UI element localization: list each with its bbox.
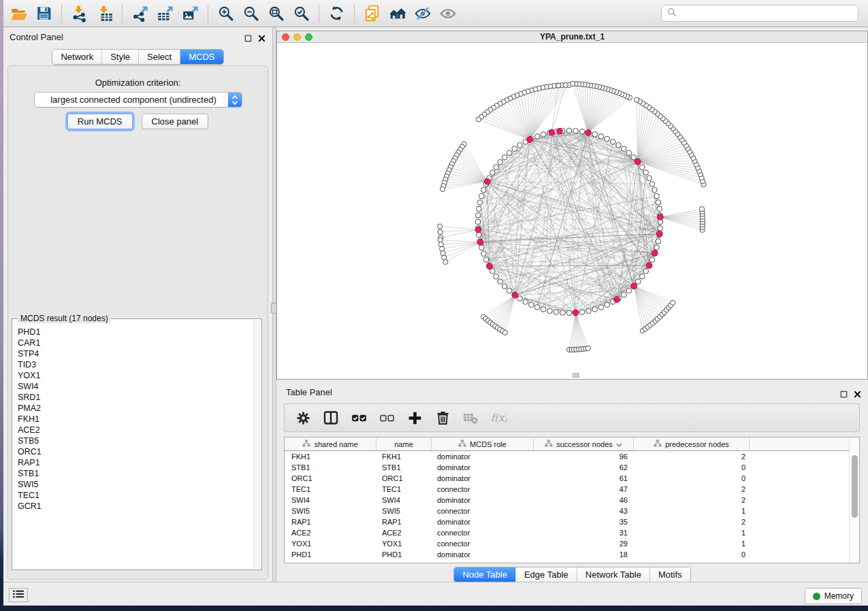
cell-mcds-role: connector	[432, 485, 534, 493]
mcds-result-item[interactable]: RAP1	[18, 457, 261, 468]
tab-network-table[interactable]: Network Table	[577, 567, 650, 582]
memory-status-icon	[813, 593, 820, 600]
mcds-result-item[interactable]: TEC1	[18, 490, 261, 501]
table-tabs: Node TableEdge TableNetwork TableMotifs	[453, 567, 690, 582]
mcds-result-item[interactable]: YOX1	[18, 370, 261, 381]
show-all-button[interactable]	[435, 3, 460, 24]
table-scrollbar[interactable]	[849, 437, 859, 563]
mcds-result-item[interactable]: STP4	[18, 348, 261, 359]
network-canvas[interactable]	[277, 43, 867, 380]
search-icon	[667, 7, 677, 20]
console-toggle-button[interactable]	[9, 588, 28, 602]
float-panel-icon[interactable]	[244, 33, 252, 45]
delete-row-button[interactable]	[434, 409, 451, 427]
cell-name: ORC1	[376, 474, 432, 482]
float-table-panel-icon[interactable]	[840, 389, 848, 401]
table-row[interactable]: ORC1ORC1dominator610	[285, 473, 859, 484]
zoom-fit-button[interactable]	[263, 3, 289, 24]
home-button[interactable]	[385, 3, 410, 24]
mcds-result-item[interactable]: CAR1	[18, 337, 261, 348]
search-box[interactable]	[661, 5, 858, 22]
search-input[interactable]	[681, 9, 852, 18]
mcds-result-item[interactable]: FKH1	[18, 414, 261, 425]
cell-mcds-role: dominator	[432, 463, 534, 472]
close-panel-icon[interactable]	[258, 33, 266, 45]
save-button[interactable]	[31, 3, 57, 24]
run-mcds-button[interactable]: Run MCDS	[67, 114, 133, 129]
mcds-result-item[interactable]: STB1	[18, 468, 261, 479]
import-network-button[interactable]	[67, 3, 92, 24]
duplicate-network-button[interactable]	[359, 3, 385, 24]
criterion-dropdown-value: largest connected component (undirected)	[35, 95, 228, 105]
deselect-all-button[interactable]	[378, 409, 396, 427]
mcds-result-item[interactable]: STB5	[18, 435, 261, 446]
zoom-selected-button[interactable]	[289, 3, 314, 24]
column-header-shared-name[interactable]: shared name	[285, 437, 376, 450]
status-bar: Memory	[3, 582, 868, 606]
zoom-out-button[interactable]	[238, 3, 263, 24]
tab-select[interactable]: Select	[139, 50, 180, 64]
column-header-name[interactable]: name	[376, 437, 432, 450]
zoom-in-button[interactable]	[213, 3, 238, 24]
tab-node-table[interactable]: Node Table	[454, 567, 516, 582]
tab-mcds[interactable]: MCDS	[180, 50, 223, 64]
table-body: FKH1FKH1dominator962STB1STB1dominator620…	[285, 451, 859, 560]
table-row[interactable]: STB1STB1dominator620	[285, 462, 859, 473]
cell-name: PHD1	[376, 550, 432, 559]
export-image-button[interactable]	[178, 3, 203, 24]
table-row[interactable]: RAP1RAP1dominator352	[285, 516, 859, 527]
table-row[interactable]: TEC1TEC1connector472	[285, 484, 859, 495]
table-row[interactable]: PHD1PHD1dominator180	[285, 549, 859, 560]
mcds-result-item[interactable]: ORC1	[18, 446, 261, 457]
mcds-result-item[interactable]: SWI5	[18, 479, 261, 490]
tab-motifs[interactable]: Motifs	[650, 567, 690, 582]
network-window-titlebar[interactable]: YPA_prune.txt_1	[277, 31, 867, 43]
toggle-column-button[interactable]	[322, 409, 340, 427]
mcds-result-item[interactable]: PHD1	[18, 327, 261, 337]
optimization-criterion-label: Optimization criterion:	[8, 78, 268, 88]
cell-name: TEC1	[376, 485, 432, 493]
close-panel-button[interactable]: Close panel	[142, 114, 209, 129]
settings-gear-button[interactable]	[294, 409, 312, 427]
open-folder-button[interactable]	[6, 3, 31, 24]
refresh-button[interactable]	[324, 3, 349, 24]
function-builder-button: f(x)	[489, 409, 507, 427]
application-window: Control Panel NetworkStyleSelectMCDS Opt…	[3, 0, 868, 606]
mcds-result-item[interactable]: PMA2	[18, 403, 261, 414]
dropdown-spinner-icon	[228, 93, 242, 107]
cell-predecessor-nodes: 0	[634, 474, 750, 482]
mcds-result-item[interactable]: GCR1	[18, 501, 261, 512]
mcds-result-item[interactable]: ACE2	[18, 425, 261, 435]
mcds-list-scrollbar[interactable]	[253, 320, 261, 569]
table-row[interactable]: FKH1FKH1dominator962	[285, 451, 859, 462]
table-row[interactable]: YOX1YOX1connector291	[285, 538, 859, 549]
tab-network[interactable]: Network	[52, 50, 102, 64]
mcds-result-groupbox: MCDS result (17 nodes) PHD1CAR1STP4TID3Y…	[12, 318, 262, 570]
add-row-button[interactable]	[406, 409, 423, 427]
import-table-button[interactable]	[92, 3, 117, 24]
export-network-button[interactable]	[127, 3, 152, 24]
hide-unselected-button[interactable]	[410, 3, 435, 24]
table-row[interactable]: ACE2ACE2connector311	[285, 527, 859, 538]
memory-button[interactable]: Memory	[805, 588, 862, 604]
mcds-result-item[interactable]: SWI4	[18, 381, 261, 392]
close-table-panel-icon[interactable]	[854, 389, 861, 401]
table-row[interactable]: SWI4SWI4dominator462	[285, 495, 859, 506]
mcds-result-item[interactable]: SRD1	[18, 392, 261, 403]
criterion-dropdown[interactable]: largest connected component (undirected)	[34, 92, 242, 108]
column-header-predecessor-nodes[interactable]: predecessor nodes	[634, 437, 750, 450]
column-header-MCDS-role[interactable]: MCDS role	[432, 437, 534, 450]
cell-mcds-role: dominator	[432, 452, 534, 461]
toolbar-separator	[208, 4, 208, 22]
cell-shared-name: YOX1	[285, 540, 376, 548]
tab-edge-table[interactable]: Edge Table	[516, 567, 577, 582]
table-row[interactable]: SWI5SWI5connector431	[285, 506, 859, 516]
table-scrollbar-thumb[interactable]	[852, 455, 858, 518]
tab-style[interactable]: Style	[102, 50, 139, 64]
mcds-result-item[interactable]: TID3	[18, 359, 261, 370]
cell-name: STB1	[376, 463, 432, 472]
network-hscroll-thumb[interactable]	[573, 373, 579, 378]
column-header-successor-nodes[interactable]: successor nodes	[534, 437, 634, 450]
select-all-button[interactable]	[350, 409, 368, 427]
export-table-button[interactable]	[152, 3, 178, 24]
